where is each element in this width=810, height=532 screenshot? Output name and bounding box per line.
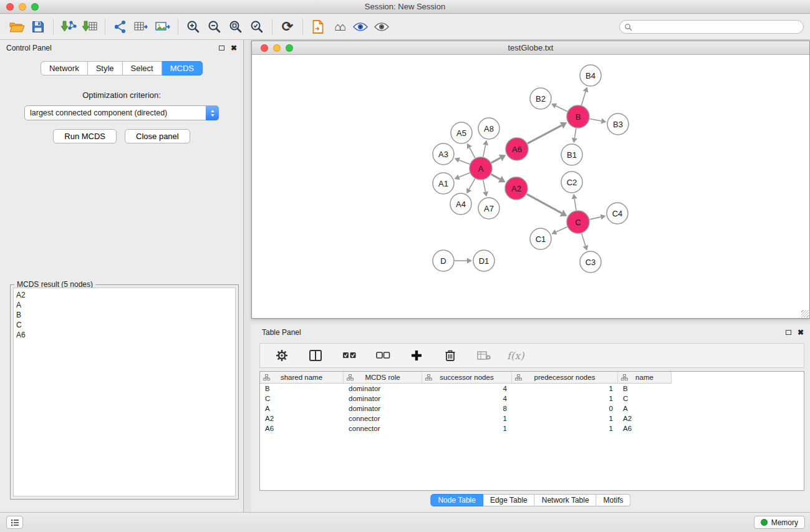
graph-edge-A-A6[interactable] (491, 155, 506, 163)
graph-node-C2[interactable]: C2 (561, 172, 582, 193)
graph-edge-A6-B[interactable] (528, 122, 567, 143)
zoom-out-button[interactable] (204, 17, 225, 37)
tab-mcds[interactable]: MCDS (162, 61, 203, 75)
table-row[interactable]: Cdominator41C (260, 394, 804, 404)
search-input[interactable] (635, 21, 803, 32)
table-cell[interactable]: dominator (344, 405, 422, 412)
table-cell[interactable]: B (618, 385, 672, 392)
minimize-network-window-button[interactable] (273, 44, 281, 52)
task-history-button[interactable] (6, 516, 23, 529)
save-session-button[interactable] (27, 17, 49, 37)
graph-node-C[interactable]: C (567, 211, 589, 233)
graph-edge-A-A2[interactable] (491, 174, 506, 182)
table-settings-button[interactable] (271, 346, 292, 365)
graph-node-A3[interactable]: A3 (433, 143, 454, 165)
import-network-button[interactable] (58, 17, 79, 37)
graph-node-B4[interactable]: B4 (580, 65, 601, 86)
zoom-in-button[interactable] (183, 17, 204, 37)
tab-motifs[interactable]: Motifs (597, 494, 631, 506)
graph-node-A2[interactable]: A2 (505, 177, 528, 200)
new-network-button[interactable] (110, 17, 131, 37)
close-window-button[interactable] (6, 3, 14, 11)
graph-node-D1[interactable]: D1 (473, 250, 494, 271)
graph-edge-A-A1[interactable] (455, 173, 470, 180)
table-cell[interactable]: dominator (344, 385, 422, 392)
close-panel-button[interactable]: Close panel (125, 129, 190, 143)
import-table-button[interactable] (79, 17, 100, 37)
search-box[interactable] (619, 20, 804, 34)
show-columns-button[interactable] (305, 346, 326, 365)
graph-node-A4[interactable]: A4 (450, 193, 471, 215)
graph-edge-A-A5[interactable] (467, 143, 475, 158)
show-graphics-button[interactable] (371, 17, 392, 37)
tab-network-table[interactable]: Network Table (535, 494, 597, 506)
add-column-button[interactable] (406, 346, 427, 365)
float-panel-icon[interactable] (786, 330, 791, 335)
graph-edge-B-B2[interactable] (551, 104, 567, 112)
graph-edge-A-A3[interactable] (455, 157, 470, 164)
float-panel-icon[interactable] (219, 46, 224, 51)
show-style-button[interactable] (350, 17, 371, 37)
optimization-criterion-dropdown[interactable]: largest connected component (directed) (24, 105, 219, 120)
mcds-result-item[interactable]: A2 (14, 290, 235, 300)
table-cell[interactable]: 1 (512, 425, 618, 432)
function-builder-button[interactable]: f(x) (507, 350, 524, 362)
table-cell[interactable]: 8 (422, 405, 512, 412)
graph-node-A6[interactable]: A6 (506, 138, 528, 160)
tab-network[interactable]: Network (41, 61, 88, 75)
table-cell[interactable]: 1 (512, 395, 618, 402)
graph-node-C1[interactable]: C1 (530, 228, 551, 249)
graph-edge-C-C3[interactable] (582, 233, 589, 251)
table-cell[interactable]: 1 (422, 415, 512, 422)
deselect-all-button[interactable] (372, 346, 393, 365)
graph-edge-D-D1[interactable] (455, 258, 472, 264)
table-row[interactable]: Adominator80A (260, 404, 804, 414)
mcds-result-item[interactable]: B (14, 310, 235, 320)
close-panel-icon[interactable]: ✖ (231, 44, 237, 52)
table-cell[interactable]: A2 (260, 415, 344, 422)
table-cell[interactable]: 0 (512, 405, 618, 412)
table-cell[interactable]: C (618, 395, 672, 402)
table-cell[interactable]: 4 (422, 385, 512, 392)
graph-edge-A-A7[interactable] (483, 180, 488, 197)
zoom-network-window-button[interactable] (286, 44, 293, 52)
table-cell[interactable]: A2 (618, 415, 672, 422)
refresh-button[interactable]: ⟳ (277, 17, 298, 37)
graph-node-A[interactable]: A (470, 157, 492, 180)
graph-edge-A2-C[interactable] (527, 194, 567, 216)
column-header-MCDS-role[interactable]: MCDS role (344, 372, 422, 384)
export-image-button[interactable] (152, 17, 173, 37)
annotation-button[interactable] (307, 17, 329, 37)
graph-node-A8[interactable]: A8 (478, 118, 499, 139)
table-cell[interactable]: 4 (422, 395, 512, 402)
graph-node-D[interactable]: D (433, 250, 454, 271)
table-cell[interactable]: dominator (344, 395, 422, 402)
table-cell[interactable]: C (260, 395, 344, 402)
graph-node-B1[interactable]: B1 (561, 144, 582, 165)
column-header-successor-nodes[interactable]: successor nodes (422, 372, 512, 384)
graph-node-C4[interactable]: C4 (607, 203, 628, 224)
graph-edge-C-C4[interactable] (590, 214, 606, 220)
graph-node-A5[interactable]: A5 (451, 122, 472, 143)
mcds-result-item[interactable]: C (14, 320, 235, 330)
run-mcds-button[interactable]: Run MCDS (53, 129, 117, 143)
memory-button[interactable]: Memory (754, 516, 805, 529)
tab-edge-table[interactable]: Edge Table (483, 494, 535, 506)
graph-edge-A-A4[interactable] (466, 179, 475, 194)
zoom-fit-button[interactable] (225, 17, 246, 37)
column-header-name[interactable]: name (618, 372, 672, 384)
mcds-result-item[interactable]: A6 (14, 330, 235, 340)
tab-style[interactable]: Style (88, 61, 123, 75)
delete-column-button[interactable] (440, 346, 461, 365)
column-header-shared-name[interactable]: shared name (260, 372, 344, 384)
select-all-button[interactable] (339, 346, 360, 365)
graph-edge-C-C2[interactable] (572, 194, 577, 210)
minimize-window-button[interactable] (19, 3, 26, 11)
graph-node-B3[interactable]: B3 (607, 114, 629, 135)
graph-node-A7[interactable]: A7 (478, 198, 499, 219)
export-table-button[interactable] (131, 17, 152, 37)
graph-node-B[interactable]: B (567, 105, 589, 128)
table-row[interactable]: A2connector11A2 (260, 414, 804, 423)
table-cell[interactable]: A (260, 405, 344, 412)
first-neighbors-button[interactable]: ⌂⌂ (329, 17, 350, 37)
